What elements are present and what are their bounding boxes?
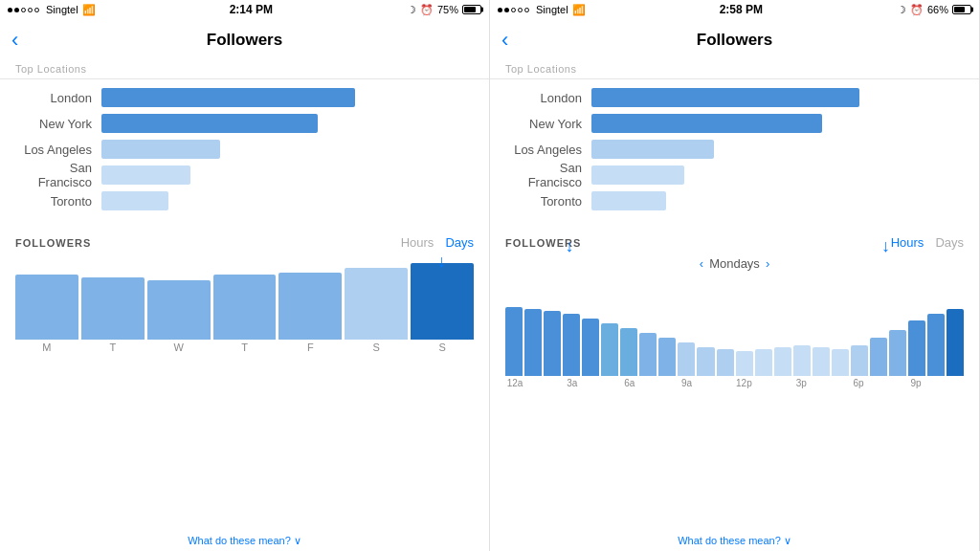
signal-dot-1 [8, 8, 12, 12]
hour-label-18: 6p [849, 378, 868, 388]
hour-labels: 12a3a6a9a12p3p6p9p [505, 376, 964, 388]
day-bar-1 [81, 277, 145, 340]
nav-header: ‹ Followers [0, 19, 489, 61]
hour-bar-14 [774, 347, 791, 376]
hour-bar-15 [793, 345, 811, 376]
status-right: ☽ ⏰ 75% [407, 4, 481, 16]
day-label-1: T [81, 342, 145, 353]
what-mean-text: What do these mean? [188, 535, 294, 546]
hour-label-13 [753, 378, 772, 388]
hour-bar-6 [620, 328, 637, 376]
day-bar-6 [411, 263, 474, 340]
status-bar: Singtel 📶 2:14 PM ☽ ⏰ 75% [0, 0, 489, 19]
location-bar-2 [591, 140, 714, 159]
followers-section: FOLLOWERS Hours Days ↓MTWTFSS [0, 228, 489, 527]
days-chart-area: ↓MTWTFSS [15, 253, 474, 357]
location-label-0: London [505, 91, 591, 105]
location-label-2: Los Angeles [15, 143, 101, 157]
toggle-buttons: Hours Days [891, 235, 964, 250]
day-label-3: T [213, 342, 277, 353]
hour-label-4 [582, 378, 601, 388]
signal-dot-2 [504, 8, 509, 12]
hour-bar-22 [927, 314, 945, 376]
location-bar-2 [101, 140, 220, 159]
hour-bar-21 [908, 320, 925, 376]
hour-label-1 [524, 378, 544, 388]
chevron-down-icon: ∨ [294, 535, 301, 546]
toggle-hours-btn[interactable]: Hours [891, 235, 924, 250]
location-bar-3 [591, 165, 684, 185]
location-row: San Francisco [15, 165, 474, 186]
followers-header: FOLLOWERS Hours Days [15, 235, 474, 250]
section-label: Top Locations [490, 61, 979, 78]
toggle-days-btn[interactable]: Days [445, 235, 474, 250]
carrier-name: Singtel [536, 4, 568, 15]
what-mean-link[interactable]: What do these mean? ∨ [490, 527, 979, 551]
what-mean-link[interactable]: What do these mean? ∨ [0, 527, 489, 551]
location-label-4: Toronto [15, 194, 101, 209]
hour-label-9: 9a [678, 378, 697, 388]
locations-chart: London New York Los Angeles San Francisc… [490, 83, 979, 228]
hours-bars-container [505, 290, 964, 376]
day-bar-2 [147, 280, 211, 340]
location-row: Los Angeles [505, 139, 964, 160]
what-mean-text: What do these mean? [678, 535, 784, 546]
hour-label-7 [639, 378, 658, 388]
signal-dot-2 [14, 8, 19, 12]
status-left: Singtel 📶 [8, 4, 96, 16]
location-bar-wrap-1 [591, 114, 964, 133]
location-row: New York [15, 113, 474, 134]
day-nav-text: ‹Mondays› [505, 256, 964, 271]
carrier-name: Singtel [46, 4, 78, 15]
hour-label-23 [945, 378, 964, 388]
nav-title: Followers [207, 31, 282, 50]
signal-dot-1 [498, 8, 502, 12]
location-bar-wrap-0 [101, 88, 474, 107]
back-button[interactable]: ‹ [501, 28, 508, 53]
location-label-3: San Francisco [505, 161, 591, 189]
day-label-2: W [147, 342, 211, 353]
location-bar-4 [591, 191, 666, 210]
location-bar-1 [591, 114, 822, 133]
signal-dot-4 [28, 8, 33, 12]
day-bar-0 [15, 275, 78, 340]
phone-panel-left: Singtel 📶 2:14 PM ☽ ⏰ 75% ‹ Followers To… [0, 0, 490, 551]
location-bar-1 [101, 114, 318, 133]
location-bar-wrap-3 [101, 165, 474, 185]
location-row: Los Angeles [15, 139, 474, 160]
status-time: 2:14 PM [230, 3, 273, 16]
battery-icon [952, 5, 971, 14]
location-row: London [505, 87, 964, 108]
battery-icon [462, 5, 481, 14]
toggle-hours-btn[interactable]: Hours [401, 235, 434, 250]
day-bar-3 [213, 275, 277, 340]
location-label-1: New York [15, 117, 101, 131]
location-label-1: New York [505, 117, 591, 131]
hour-bar-13 [755, 349, 772, 376]
hour-label-0: 12a [505, 378, 524, 388]
hour-label-15: 3p [791, 378, 811, 388]
wifi-icon: 📶 [572, 4, 586, 16]
moon-icon: ☽ [407, 4, 416, 16]
days-bars-container [15, 253, 474, 340]
location-row: Toronto [505, 190, 964, 211]
prev-day-btn[interactable]: ‹ [700, 256, 703, 271]
chevron-down-icon: ∨ [784, 535, 791, 546]
hour-label-19 [868, 378, 887, 388]
battery-pct: 75% [437, 4, 458, 15]
hour-label-8 [658, 378, 678, 388]
followers-header: FOLLOWERS Hours Days [505, 235, 964, 250]
back-button[interactable]: ‹ [11, 28, 18, 53]
location-label-2: Los Angeles [505, 143, 591, 157]
status-bar: Singtel 📶 2:58 PM ☽ ⏰ 66% [490, 0, 979, 19]
toggle-days-btn[interactable]: Days [935, 235, 964, 250]
hour-label-20 [887, 378, 906, 388]
followers-section: FOLLOWERS Hours Days ↓↓‹Mondays›12a3a6a9… [490, 228, 979, 527]
day-labels: MTWTFSS [15, 340, 474, 353]
nav-header: ‹ Followers [490, 19, 979, 61]
signal-dots [498, 8, 529, 12]
location-bar-4 [101, 191, 168, 210]
hour-bar-0 [505, 307, 523, 376]
next-day-btn[interactable]: › [766, 256, 769, 271]
hour-bar-5 [601, 323, 618, 376]
